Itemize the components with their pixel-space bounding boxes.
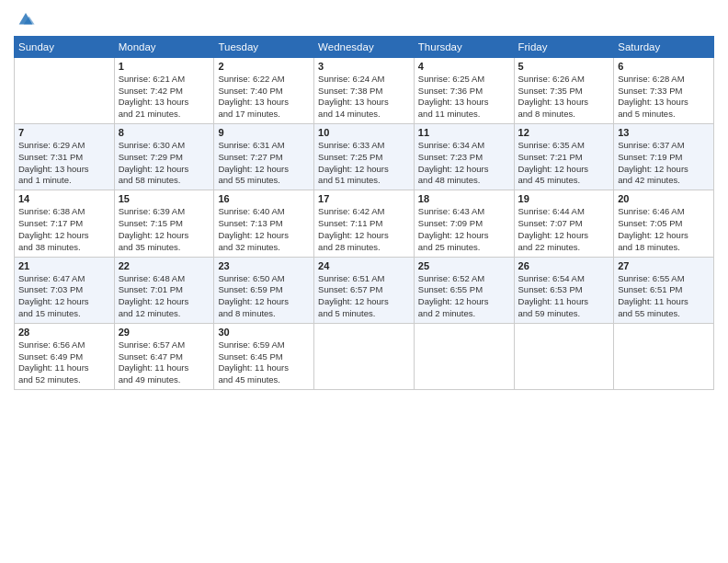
day-info: Sunrise: 6:30 AMSunset: 7:29 PMDaylight:… <box>119 140 210 187</box>
calendar-cell: 7Sunrise: 6:29 AMSunset: 7:31 PMDaylight… <box>15 124 115 190</box>
calendar-body: 1Sunrise: 6:21 AMSunset: 7:42 PMDaylight… <box>15 57 714 389</box>
weekday-header-saturday: Saturday <box>614 36 714 57</box>
day-number: 13 <box>618 127 710 138</box>
day-number: 27 <box>618 260 710 271</box>
calendar-cell: 5Sunrise: 6:26 AMSunset: 7:35 PMDaylight… <box>514 57 614 123</box>
calendar-cell: 4Sunrise: 6:25 AMSunset: 7:36 PMDaylight… <box>414 57 514 123</box>
weekday-header-monday: Monday <box>114 36 214 57</box>
day-number: 21 <box>18 260 110 271</box>
calendar-cell: 11Sunrise: 6:34 AMSunset: 7:23 PMDayligh… <box>414 124 514 190</box>
day-info: Sunrise: 6:25 AMSunset: 7:36 PMDaylight:… <box>418 74 510 121</box>
day-info: Sunrise: 6:21 AMSunset: 7:42 PMDaylight:… <box>119 74 210 121</box>
day-number: 1 <box>119 61 210 72</box>
main-container: SundayMondayTuesdayWednesdayThursdayFrid… <box>0 0 728 563</box>
day-info: Sunrise: 6:46 AMSunset: 7:05 PMDaylight:… <box>618 206 710 253</box>
calendar-cell: 10Sunrise: 6:33 AMSunset: 7:25 PMDayligh… <box>314 124 415 190</box>
day-number: 20 <box>618 193 710 204</box>
day-info: Sunrise: 6:42 AMSunset: 7:11 PMDaylight:… <box>318 206 410 253</box>
logo-icon <box>16 9 36 29</box>
day-number: 15 <box>119 193 210 204</box>
day-number: 16 <box>218 193 310 204</box>
weekday-header-friday: Friday <box>514 36 614 57</box>
calendar-week-2: 7Sunrise: 6:29 AMSunset: 7:31 PMDaylight… <box>15 124 714 190</box>
day-info: Sunrise: 6:35 AMSunset: 7:21 PMDaylight:… <box>518 140 610 187</box>
calendar-header: SundayMondayTuesdayWednesdayThursdayFrid… <box>15 36 714 57</box>
day-number: 25 <box>418 260 510 271</box>
day-info: Sunrise: 6:22 AMSunset: 7:40 PMDaylight:… <box>218 74 310 121</box>
day-info: Sunrise: 6:56 AMSunset: 6:49 PMDaylight:… <box>18 339 110 386</box>
day-number: 5 <box>518 61 610 72</box>
calendar-cell: 25Sunrise: 6:52 AMSunset: 6:55 PMDayligh… <box>414 257 514 323</box>
day-number: 19 <box>518 193 610 204</box>
day-info: Sunrise: 6:57 AMSunset: 6:47 PMDaylight:… <box>119 339 210 386</box>
day-info: Sunrise: 6:24 AMSunset: 7:38 PMDaylight:… <box>318 74 410 121</box>
logo <box>14 9 36 30</box>
day-info: Sunrise: 6:38 AMSunset: 7:17 PMDaylight:… <box>18 206 110 253</box>
day-info: Sunrise: 6:44 AMSunset: 7:07 PMDaylight:… <box>518 206 610 253</box>
day-info: Sunrise: 6:48 AMSunset: 7:01 PMDaylight:… <box>119 273 210 320</box>
calendar-cell: 9Sunrise: 6:31 AMSunset: 7:27 PMDaylight… <box>214 124 314 190</box>
calendar-cell: 14Sunrise: 6:38 AMSunset: 7:17 PMDayligh… <box>15 190 115 257</box>
calendar-cell: 1Sunrise: 6:21 AMSunset: 7:42 PMDaylight… <box>114 57 214 123</box>
calendar-cell: 29Sunrise: 6:57 AMSunset: 6:47 PMDayligh… <box>114 323 214 389</box>
day-info: Sunrise: 6:29 AMSunset: 7:31 PMDaylight:… <box>18 140 110 187</box>
calendar-cell: 26Sunrise: 6:54 AMSunset: 6:53 PMDayligh… <box>514 257 614 323</box>
weekday-header-tuesday: Tuesday <box>214 36 314 57</box>
day-number: 23 <box>218 260 310 271</box>
calendar-week-3: 14Sunrise: 6:38 AMSunset: 7:17 PMDayligh… <box>15 190 714 257</box>
calendar-cell <box>514 323 614 389</box>
calendar-cell: 30Sunrise: 6:59 AMSunset: 6:45 PMDayligh… <box>214 323 314 389</box>
calendar-week-4: 21Sunrise: 6:47 AMSunset: 7:03 PMDayligh… <box>15 257 714 323</box>
calendar-table: SundayMondayTuesdayWednesdayThursdayFrid… <box>14 36 714 390</box>
calendar-cell: 17Sunrise: 6:42 AMSunset: 7:11 PMDayligh… <box>314 190 415 257</box>
weekday-header-sunday: Sunday <box>15 36 115 57</box>
day-info: Sunrise: 6:55 AMSunset: 6:51 PMDaylight:… <box>618 273 710 320</box>
calendar-cell: 24Sunrise: 6:51 AMSunset: 6:57 PMDayligh… <box>314 257 415 323</box>
day-info: Sunrise: 6:34 AMSunset: 7:23 PMDaylight:… <box>418 140 510 187</box>
day-number: 29 <box>119 327 210 338</box>
calendar-cell: 3Sunrise: 6:24 AMSunset: 7:38 PMDaylight… <box>314 57 415 123</box>
calendar-cell: 2Sunrise: 6:22 AMSunset: 7:40 PMDaylight… <box>214 57 314 123</box>
calendar-cell: 16Sunrise: 6:40 AMSunset: 7:13 PMDayligh… <box>214 190 314 257</box>
day-number: 18 <box>418 193 510 204</box>
header <box>14 9 714 30</box>
calendar-cell: 12Sunrise: 6:35 AMSunset: 7:21 PMDayligh… <box>514 124 614 190</box>
calendar-cell: 27Sunrise: 6:55 AMSunset: 6:51 PMDayligh… <box>614 257 714 323</box>
day-number: 30 <box>218 327 310 338</box>
day-info: Sunrise: 6:33 AMSunset: 7:25 PMDaylight:… <box>318 140 410 187</box>
day-number: 10 <box>318 127 410 138</box>
calendar-cell: 20Sunrise: 6:46 AMSunset: 7:05 PMDayligh… <box>614 190 714 257</box>
calendar-week-5: 28Sunrise: 6:56 AMSunset: 6:49 PMDayligh… <box>15 323 714 389</box>
day-info: Sunrise: 6:28 AMSunset: 7:33 PMDaylight:… <box>618 74 710 121</box>
day-info: Sunrise: 6:47 AMSunset: 7:03 PMDaylight:… <box>18 273 110 320</box>
calendar-week-1: 1Sunrise: 6:21 AMSunset: 7:42 PMDaylight… <box>15 57 714 123</box>
calendar-cell: 6Sunrise: 6:28 AMSunset: 7:33 PMDaylight… <box>614 57 714 123</box>
day-number: 9 <box>218 127 310 138</box>
calendar-cell: 15Sunrise: 6:39 AMSunset: 7:15 PMDayligh… <box>114 190 214 257</box>
day-info: Sunrise: 6:51 AMSunset: 6:57 PMDaylight:… <box>318 273 410 320</box>
day-info: Sunrise: 6:50 AMSunset: 6:59 PMDaylight:… <box>218 273 310 320</box>
day-number: 17 <box>318 193 410 204</box>
weekday-header-thursday: Thursday <box>414 36 514 57</box>
day-info: Sunrise: 6:52 AMSunset: 6:55 PMDaylight:… <box>418 273 510 320</box>
weekday-row: SundayMondayTuesdayWednesdayThursdayFrid… <box>15 36 714 57</box>
calendar-cell: 8Sunrise: 6:30 AMSunset: 7:29 PMDaylight… <box>114 124 214 190</box>
calendar-cell <box>314 323 415 389</box>
calendar-cell: 23Sunrise: 6:50 AMSunset: 6:59 PMDayligh… <box>214 257 314 323</box>
calendar-cell <box>15 57 115 123</box>
logo-text <box>14 9 36 34</box>
calendar-cell: 13Sunrise: 6:37 AMSunset: 7:19 PMDayligh… <box>614 124 714 190</box>
calendar-cell <box>614 323 714 389</box>
calendar-cell: 19Sunrise: 6:44 AMSunset: 7:07 PMDayligh… <box>514 190 614 257</box>
day-info: Sunrise: 6:59 AMSunset: 6:45 PMDaylight:… <box>218 339 310 386</box>
day-number: 28 <box>18 327 110 338</box>
day-number: 12 <box>518 127 610 138</box>
day-info: Sunrise: 6:31 AMSunset: 7:27 PMDaylight:… <box>218 140 310 187</box>
day-number: 11 <box>418 127 510 138</box>
day-number: 24 <box>318 260 410 271</box>
calendar-cell <box>414 323 514 389</box>
day-number: 2 <box>218 61 310 72</box>
day-number: 8 <box>119 127 210 138</box>
day-number: 3 <box>318 61 410 72</box>
day-info: Sunrise: 6:40 AMSunset: 7:13 PMDaylight:… <box>218 206 310 253</box>
